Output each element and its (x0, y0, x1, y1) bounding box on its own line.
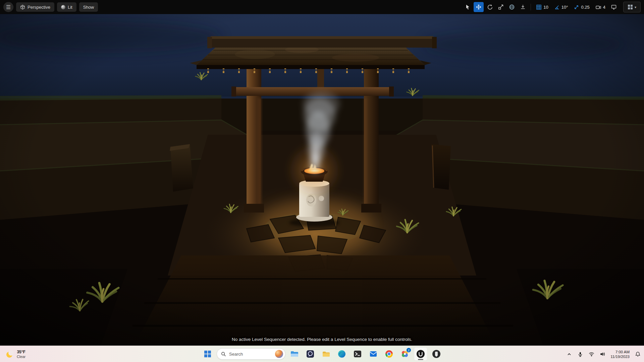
weather-condition: Clear (17, 354, 25, 359)
rotate-tool-icon (487, 4, 493, 10)
search-input[interactable]: Search (217, 348, 285, 360)
wifi-icon (589, 351, 594, 357)
scale-snap-value: 0.25 (581, 5, 589, 10)
taskbar-app-file-explorer[interactable] (288, 347, 301, 361)
lit-label: Lit (68, 5, 72, 10)
file-explorer-icon (290, 350, 299, 358)
weather-temperature: 35°F (17, 350, 25, 354)
taskbar-center: Search (201, 346, 443, 362)
outlook-mail-icon (369, 350, 378, 358)
folder-icon (322, 350, 330, 358)
viewport-toolbar-right: 10 10° 0.25 4 (463, 2, 641, 12)
chrome-browser-icon (385, 350, 393, 358)
terminal-icon (353, 350, 362, 358)
toolbar-separator (531, 4, 531, 10)
show-label: Show (83, 5, 94, 10)
taskbar-app-edge[interactable] (335, 347, 348, 361)
notification-center-button[interactable] (634, 351, 641, 358)
rotate-tool-button[interactable] (485, 2, 495, 12)
camera-speed-value: 4 (603, 5, 605, 10)
screenshot-monitor-icon (611, 4, 617, 10)
unreal-editor-icon (416, 350, 425, 358)
taskbar-app-unreal-editor[interactable] (414, 347, 427, 361)
screenshot-button[interactable] (609, 2, 619, 12)
move-tool-button[interactable] (474, 2, 484, 12)
viewport-menu-button[interactable]: ☰ (3, 2, 13, 12)
search-icon (221, 352, 226, 357)
grid-snap-value: 10 (543, 5, 548, 10)
viewport-toolbar-left: ☰ Perspective Lit Show (3, 2, 98, 12)
camera-speed-button[interactable]: 4 (593, 2, 608, 12)
scene-svg (0, 14, 644, 346)
camera-speed-icon (595, 4, 601, 10)
move-tool-icon (476, 4, 482, 10)
network-tray-button[interactable] (588, 351, 595, 358)
taskbar-app-terminal[interactable] (351, 347, 364, 361)
weather-widget[interactable]: 35°F Clear (3, 346, 28, 362)
viewport-layout-grid-icon (628, 4, 633, 10)
clock-date: 11/19/2023 (610, 354, 630, 359)
tray-overflow-button[interactable] (566, 351, 573, 358)
select-tool-button[interactable] (463, 2, 473, 12)
grid-snap-button[interactable]: 10 (534, 2, 550, 12)
select-tool-icon (465, 4, 471, 10)
volume-tray-button[interactable] (599, 351, 606, 358)
windows-start-icon (204, 350, 212, 358)
search-highlight-icon (275, 350, 283, 358)
rotation-snap-value: 10° (561, 5, 568, 10)
viewport-toolbar: ☰ Perspective Lit Show (0, 0, 644, 14)
taskbar-tray: 7:00 AM 11/19/2023 (566, 346, 641, 362)
taskbar-app-outlook[interactable] (367, 347, 380, 361)
running-app-indicator (418, 359, 423, 360)
taskbar-app-epic-games[interactable] (430, 347, 443, 361)
start-button[interactable] (201, 347, 214, 361)
scale-tool-icon (498, 4, 504, 10)
rotation-snap-button[interactable]: 10° (552, 2, 571, 12)
search-placeholder: Search (229, 352, 272, 357)
chevron-up-icon (567, 352, 572, 357)
photos-notification-badge: 2 (406, 348, 411, 353)
clock-time: 7:00 AM (615, 350, 630, 354)
microphone-tray-button[interactable] (577, 351, 584, 358)
scale-tool-button[interactable] (496, 2, 506, 12)
surface-snap-icon (520, 4, 526, 10)
volume-icon (600, 351, 605, 357)
notification-bell-icon (635, 351, 641, 357)
taskbar-app-chrome[interactable] (382, 347, 396, 361)
world-space-icon (509, 4, 515, 10)
show-menu-button[interactable]: Show (79, 2, 98, 12)
hamburger-icon: ☰ (6, 4, 11, 10)
grid-snap-icon (536, 4, 542, 10)
scale-snap-icon (574, 4, 579, 10)
edge-browser-icon (337, 350, 346, 358)
scale-snap-button[interactable]: 0.25 (571, 2, 592, 12)
scene-vignette (0, 14, 644, 346)
rotation-snap-icon (554, 4, 560, 10)
taskbar-clock[interactable]: 7:00 AM 11/19/2023 (610, 350, 630, 359)
world-space-button[interactable] (507, 2, 517, 12)
taskbar-app-folder[interactable] (319, 347, 333, 361)
surface-snap-button[interactable] (518, 2, 528, 12)
lit-sphere-icon (61, 5, 65, 9)
desktop: ☰ Perspective Lit Show (0, 0, 644, 362)
taskbar: 35°F Clear Search (0, 346, 644, 362)
taskbar-app-chat[interactable] (304, 347, 317, 361)
lit-mode-button[interactable]: Lit (57, 2, 76, 12)
microphone-icon (578, 352, 583, 357)
weather-moon-icon (5, 350, 14, 359)
chat-app-icon (306, 350, 315, 358)
perspective-button[interactable]: Perspective (16, 2, 54, 12)
viewport-canvas[interactable]: No active Level Sequencer detected. Plea… (0, 14, 644, 346)
perspective-label: Perspective (28, 5, 50, 10)
perspective-cube-icon (20, 5, 25, 10)
taskbar-app-photos[interactable]: 2 (398, 347, 412, 361)
chevron-down-icon: ▾ (635, 5, 636, 9)
epic-games-launcher-icon (432, 350, 441, 358)
viewport-layout-dropdown[interactable]: ▾ (623, 2, 641, 12)
